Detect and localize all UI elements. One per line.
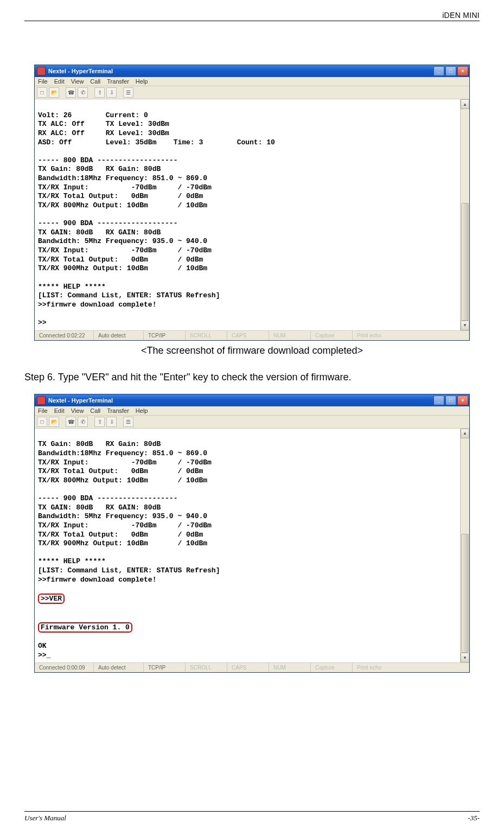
window-title: Nextel - HyperTerminal xyxy=(48,397,433,404)
menu-file[interactable]: File xyxy=(38,78,48,85)
step-6-instruction: Step 6. Type "VER" and hit the "Enter" k… xyxy=(24,372,480,383)
ver-command-highlight: >>VER xyxy=(38,594,65,604)
page-footer: User's Manual -35- xyxy=(24,811,480,822)
status-connected: Connected 0:02:22 xyxy=(35,331,94,340)
app-icon xyxy=(37,67,46,75)
terminal-body: TX Gain: 80dB RX Gain: 80dB Bandwidth:18… xyxy=(35,429,469,663)
properties-icon[interactable]: ☰ xyxy=(123,87,133,98)
product-name: iDEN MINI xyxy=(442,11,480,20)
status-scroll: SCROLL xyxy=(186,331,227,340)
status-bar: Connected 0:02:22 Auto detect TCP/IP SCR… xyxy=(35,330,469,340)
minimize-button[interactable]: _ xyxy=(433,396,444,405)
menu-view[interactable]: View xyxy=(71,78,84,85)
status-protocol: TCP/IP xyxy=(144,663,186,672)
receive-icon[interactable]: ⇩ xyxy=(106,87,117,98)
menu-view[interactable]: View xyxy=(71,407,84,414)
status-num: NUM xyxy=(269,331,311,340)
firmware-version-highlight: Firmware Version 1. 0 xyxy=(38,622,132,633)
title-bar[interactable]: Nextel - HyperTerminal _ □ × xyxy=(35,394,469,406)
hyperterminal-window-1: Nextel - HyperTerminal _ □ × File Edit V… xyxy=(34,65,470,341)
send-icon[interactable]: ⇧ xyxy=(94,417,105,427)
toolbar: □ 📂 ☎ ✆ ⇧ ⇩ ☰ xyxy=(35,416,469,429)
menu-transfer[interactable]: Transfer xyxy=(107,78,129,85)
status-printecho: Print echo xyxy=(353,331,469,340)
window-buttons: _ □ × xyxy=(433,396,469,405)
window-title: Nextel - HyperTerminal xyxy=(48,68,433,74)
receive-icon[interactable]: ⇩ xyxy=(106,417,117,427)
new-icon[interactable]: □ xyxy=(37,87,47,98)
scroll-down-icon[interactable]: ▼ xyxy=(461,321,469,330)
status-capture: Capture xyxy=(311,663,353,672)
scroll-track[interactable] xyxy=(461,438,469,653)
scroll-thumb[interactable] xyxy=(461,203,469,320)
new-icon[interactable]: □ xyxy=(37,417,47,427)
menu-call[interactable]: Call xyxy=(90,407,100,414)
maximize-button[interactable]: □ xyxy=(445,396,456,405)
menu-bar: File Edit View Call Transfer Help xyxy=(35,406,469,416)
close-button[interactable]: × xyxy=(457,396,468,405)
terminal-text-pre: TX Gain: 80dB RX Gain: 80dB Bandwidth:18… xyxy=(38,440,220,583)
screenshot-caption-1: <The screenshot of firmware download com… xyxy=(24,345,480,356)
menu-file[interactable]: File xyxy=(38,407,48,414)
scroll-up-icon[interactable]: ▲ xyxy=(461,99,469,109)
menu-transfer[interactable]: Transfer xyxy=(107,407,129,414)
terminal-text-post: OK >>_ xyxy=(38,642,50,659)
status-capture: Capture xyxy=(311,331,353,340)
status-connected: Connected 0:00:09 xyxy=(35,663,94,672)
menu-help[interactable]: Help xyxy=(136,78,148,85)
status-caps: CAPS xyxy=(227,331,269,340)
minimize-button[interactable]: _ xyxy=(433,66,444,76)
maximize-button[interactable]: □ xyxy=(445,66,456,76)
open-icon[interactable]: 📂 xyxy=(49,87,59,98)
window-buttons: _ □ × xyxy=(433,66,469,76)
vertical-scrollbar[interactable]: ▲ ▼ xyxy=(460,99,469,330)
status-bar: Connected 0:00:09 Auto detect TCP/IP SCR… xyxy=(35,662,469,672)
send-icon[interactable]: ⇧ xyxy=(94,87,105,98)
terminal-output[interactable]: TX Gain: 80dB RX Gain: 80dB Bandwidth:18… xyxy=(35,429,460,663)
footer-right: -35- xyxy=(468,814,480,822)
menu-call[interactable]: Call xyxy=(90,78,100,85)
status-num: NUM xyxy=(269,663,311,672)
menu-bar: File Edit View Call Transfer Help xyxy=(35,77,469,86)
scroll-up-icon[interactable]: ▲ xyxy=(461,429,469,438)
terminal-output[interactable]: Volt: 26 Current: 0 TX ALC: Off TX Level… xyxy=(35,99,460,330)
disconnect-icon[interactable]: ✆ xyxy=(78,87,88,98)
hyperterminal-window-2: Nextel - HyperTerminal _ □ × File Edit V… xyxy=(34,394,470,673)
page-header: iDEN MINI xyxy=(24,11,480,21)
terminal-body: Volt: 26 Current: 0 TX ALC: Off TX Level… xyxy=(35,99,469,330)
menu-edit[interactable]: Edit xyxy=(54,78,65,85)
vertical-scrollbar[interactable]: ▲ ▼ xyxy=(460,429,469,663)
scroll-down-icon[interactable]: ▼ xyxy=(461,653,469,662)
status-autodetect: Auto detect xyxy=(94,663,144,672)
connect-icon[interactable]: ☎ xyxy=(66,417,76,427)
scroll-track[interactable] xyxy=(461,109,469,321)
menu-edit[interactable]: Edit xyxy=(54,407,65,414)
disconnect-icon[interactable]: ✆ xyxy=(78,417,88,427)
toolbar: □ 📂 ☎ ✆ ⇧ ⇩ ☰ xyxy=(35,86,469,99)
app-icon xyxy=(37,396,46,405)
status-autodetect: Auto detect xyxy=(94,331,144,340)
status-printecho: Print echo xyxy=(353,663,469,672)
properties-icon[interactable]: ☰ xyxy=(123,417,133,427)
open-icon[interactable]: 📂 xyxy=(49,417,59,427)
close-button[interactable]: × xyxy=(457,66,468,76)
connect-icon[interactable]: ☎ xyxy=(66,87,76,98)
menu-help[interactable]: Help xyxy=(136,407,148,414)
status-protocol: TCP/IP xyxy=(144,331,186,340)
footer-left: User's Manual xyxy=(24,814,66,822)
scroll-thumb[interactable] xyxy=(461,534,469,653)
title-bar[interactable]: Nextel - HyperTerminal _ □ × xyxy=(35,65,469,77)
page: iDEN MINI Nextel - HyperTerminal _ □ × F… xyxy=(0,0,504,829)
status-scroll: SCROLL xyxy=(186,663,227,672)
status-caps: CAPS xyxy=(227,663,269,672)
